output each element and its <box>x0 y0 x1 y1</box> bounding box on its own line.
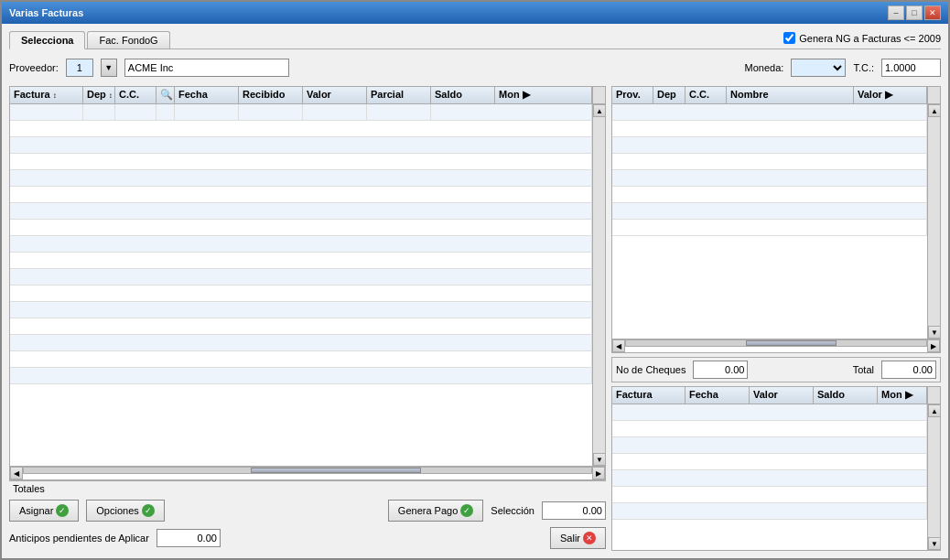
currency-select-wrapper <box>791 59 846 77</box>
r-col-dep: Dep <box>653 87 686 103</box>
genera-ng-checkbox[interactable] <box>783 32 795 44</box>
scroll-right-arrow[interactable]: ▶ <box>592 467 605 479</box>
col-fecha: Fecha <box>175 87 239 103</box>
minimize-button[interactable]: – <box>888 5 904 20</box>
table-row <box>612 404 927 421</box>
bottom-row2: Anticipos pendientes de Aplicar Salir ✕ <box>9 525 606 551</box>
right-top-grid-header: Prov. Dep C.C. Nombre <box>612 87 940 104</box>
genera-pago-button[interactable]: Genera Pago ✓ <box>388 500 483 522</box>
col-recibido: Recibido <box>239 87 303 103</box>
asignar-button[interactable]: Asignar ✓ <box>9 500 79 522</box>
rt-scroll-down[interactable]: ▼ <box>928 326 940 339</box>
scroll-left-arrow[interactable]: ◀ <box>10 467 23 479</box>
r-col-valor: Valor ▶ <box>854 87 927 103</box>
table-row <box>10 121 592 137</box>
col-factura: Factura ↕ <box>10 87 83 103</box>
tab-fac-fondoG[interactable]: Fac. FondoG <box>87 31 169 48</box>
seleccion-label: Selección <box>491 505 534 516</box>
table-row <box>10 220 592 236</box>
table-row <box>612 187 927 203</box>
right-top-grid: Prov. Dep C.C. Nombre <box>611 86 941 353</box>
tc-label: T.C.: <box>853 62 874 73</box>
rb-col-factura: Factura <box>612 387 686 404</box>
title-buttons: – □ ✕ <box>888 5 941 20</box>
left-grid-body[interactable] <box>10 104 592 466</box>
rb-col-valor: Valor <box>750 387 814 404</box>
opciones-button[interactable]: Opciones ✓ <box>86 500 164 522</box>
left-grid-body-wrapper: ▲ ▼ <box>10 104 605 466</box>
currency-label: Moneda: <box>745 62 784 73</box>
left-panel: Factura ↕ Dep ↕ C.C. 🔍 <box>9 86 606 551</box>
table-row <box>612 154 927 170</box>
rb-col-saldo: Saldo <box>814 387 878 404</box>
table-row <box>10 203 592 220</box>
provider-name-input[interactable] <box>124 59 289 77</box>
col-cc: C.C. <box>115 87 157 103</box>
salir-icon: ✕ <box>583 532 596 544</box>
main-content: Selecciona Fac. FondoG Genera NG a Factu… <box>2 24 948 558</box>
table-row <box>612 121 927 137</box>
right-top-grid-scroll-v[interactable]: ▲ ▼ <box>927 104 940 339</box>
left-grid-scroll-v[interactable]: ▲ ▼ <box>592 104 605 466</box>
rb-col-mon: Mon ▶ <box>878 387 927 404</box>
table-row <box>612 503 927 520</box>
col-mon: Mon ▶ <box>495 87 592 103</box>
r-col-prov: Prov. <box>612 87 653 103</box>
maximize-button[interactable]: □ <box>906 5 923 20</box>
seleccion-input[interactable] <box>542 501 606 520</box>
rt-scroll-up[interactable]: ▲ <box>928 104 940 117</box>
close-button[interactable]: ✕ <box>924 5 941 20</box>
table-row <box>10 104 592 121</box>
anticipos-input[interactable] <box>157 529 221 547</box>
rt-scroll-h-track <box>625 339 927 347</box>
right-bottom-grid-scroll-v[interactable]: ▲ ▼ <box>927 404 940 550</box>
table-row <box>612 470 927 487</box>
tab-selecciona[interactable]: Selecciona <box>9 31 85 49</box>
col-search: 🔍 <box>157 87 175 103</box>
anticipos-label: Anticipos pendientes de Aplicar <box>9 533 149 544</box>
table-row <box>10 368 592 384</box>
rb-scroll-up[interactable]: ▲ <box>928 404 940 417</box>
table-row <box>10 302 592 318</box>
r-col-nombre: Nombre <box>727 87 854 103</box>
main-window: Varias Facturas – □ ✕ Selecciona Fac. Fo… <box>0 0 950 560</box>
right-top-grid-header-spacer <box>927 87 940 103</box>
right-top-grid-body[interactable] <box>612 104 927 339</box>
provider-id-input[interactable] <box>66 59 93 77</box>
no-cheques-label: No de Cheques <box>616 364 686 375</box>
right-bottom-grid: Factura Fecha Valor Saldo <box>611 386 941 551</box>
provider-search-button[interactable]: ▼ <box>101 59 117 77</box>
window-title: Varias Facturas <box>9 7 83 18</box>
main-body: Factura ↕ Dep ↕ C.C. 🔍 <box>9 86 941 551</box>
table-row <box>612 203 927 220</box>
table-row <box>612 137 927 154</box>
rt-scroll-track <box>928 117 940 326</box>
right-bottom-grid-body[interactable] <box>612 404 927 550</box>
right-panel: Prov. Dep C.C. Nombre <box>611 86 941 551</box>
scroll-up-arrow[interactable]: ▲ <box>593 104 605 117</box>
table-row <box>612 454 927 470</box>
col-parcial: Parcial <box>367 87 431 103</box>
table-row <box>10 137 592 154</box>
tc-input[interactable] <box>881 59 941 77</box>
table-row <box>10 236 592 253</box>
rb-scroll-track <box>928 417 940 537</box>
genera-ng-label: Genera NG a Facturas <= 2009 <box>799 33 941 44</box>
rt-scroll-left[interactable]: ◀ <box>612 339 625 352</box>
scroll-h-thumb <box>251 468 421 473</box>
total-label: Total <box>853 364 874 375</box>
total-input[interactable] <box>881 361 936 379</box>
salir-button[interactable]: Salir ✕ <box>550 527 606 549</box>
rt-scroll-right[interactable]: ▶ <box>927 339 940 352</box>
rb-col-fecha: Fecha <box>686 387 750 404</box>
no-cheques-input[interactable] <box>693 361 748 379</box>
rb-scroll-down[interactable]: ▼ <box>928 537 940 550</box>
table-row <box>10 154 592 170</box>
scroll-track <box>593 117 605 453</box>
right-bottom-grid-header: Factura Fecha Valor Saldo <box>612 387 940 404</box>
title-bar: Varias Facturas – □ ✕ <box>2 2 948 24</box>
currency-select[interactable] <box>791 59 846 77</box>
table-row <box>10 351 592 368</box>
scroll-down-arrow[interactable]: ▼ <box>593 453 605 466</box>
rt-scroll-h-thumb <box>746 340 836 346</box>
